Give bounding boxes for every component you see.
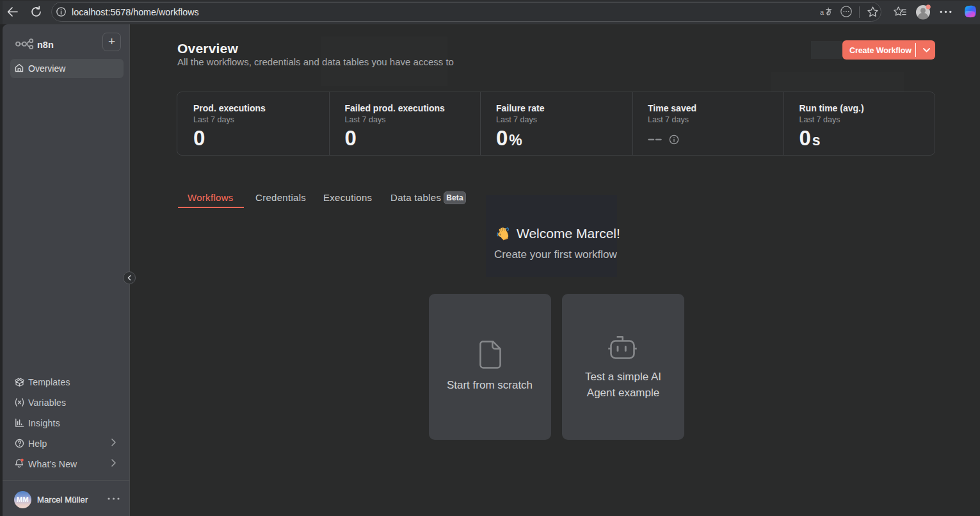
svg-text:a: a <box>820 8 824 16</box>
